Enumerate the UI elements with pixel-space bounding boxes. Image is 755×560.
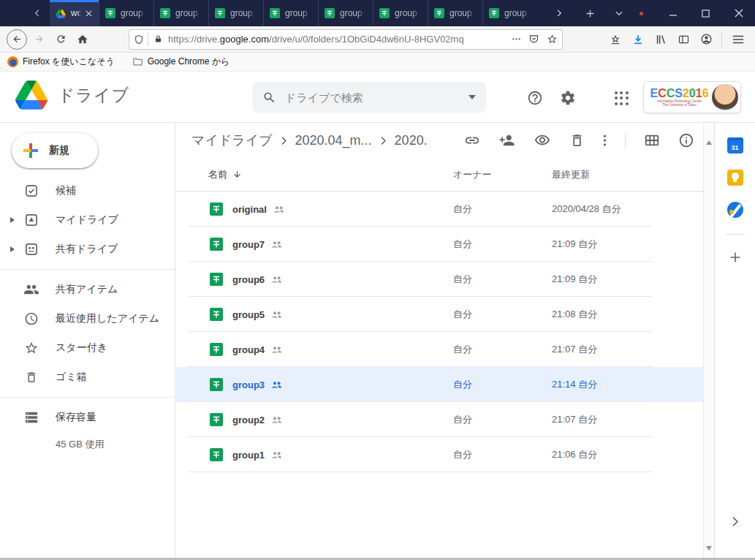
back-button[interactable]	[6, 29, 28, 50]
scroll-tabs-right-button[interactable]	[547, 0, 571, 26]
file-row[interactable]: group5 自分 21:08 自分	[176, 297, 703, 332]
sidebar-item-shared-drives[interactable]: 共有ドライブ	[0, 235, 175, 264]
add-addon-button[interactable]	[726, 248, 745, 267]
chevron-down-icon	[615, 9, 623, 18]
browser-tab-drive[interactable]: wo	[50, 0, 99, 26]
account-card[interactable]: ECCS2016 Information Technology Center T…	[643, 81, 741, 113]
search-input[interactable]	[285, 91, 468, 104]
home-icon	[77, 34, 88, 45]
downloads-icon[interactable]	[627, 29, 649, 50]
search-options-caret-icon[interactable]	[468, 95, 476, 99]
file-row[interactable]: group6 自分 21:09 自分	[176, 262, 703, 297]
browser-tab-group[interactable]: group	[99, 0, 153, 26]
get-link-button[interactable]	[464, 132, 480, 148]
url-bar[interactable]: https://drive.google.com/drive/u/0/folde…	[129, 29, 563, 50]
sidebar-item-storage[interactable]: 保存容量	[0, 403, 175, 432]
sort-descending-arrow-icon	[232, 170, 242, 179]
column-header-name[interactable]: 名前	[176, 168, 453, 181]
pocket-icon[interactable]	[528, 34, 539, 45]
toolbar-right-icons	[604, 29, 749, 50]
sidebar-item-priority[interactable]: 候補	[0, 176, 175, 205]
sidebar-item-starred[interactable]: スター付き	[0, 333, 175, 363]
settings-button[interactable]	[559, 89, 577, 107]
file-row[interactable]: group4 自分 21:07 自分	[176, 332, 703, 367]
scroll-down-arrow-icon[interactable]	[706, 546, 712, 550]
google-side-panel: 31	[714, 123, 755, 558]
window-maximize-button[interactable]	[689, 0, 722, 26]
scroll-up-arrow-icon[interactable]	[706, 140, 712, 145]
file-row[interactable]: group2 自分 21:07 自分	[176, 402, 703, 437]
hide-side-panel-button[interactable]	[732, 516, 739, 527]
calendar-icon[interactable]: 31	[726, 136, 745, 155]
expand-arrow-icon[interactable]	[10, 217, 15, 223]
browser-tab-group[interactable]: group	[263, 0, 318, 26]
file-row-selected[interactable]: group3 自分 21:14 自分	[176, 367, 703, 402]
browser-tab-group[interactable]: group	[373, 0, 428, 26]
app-title: ドライブ	[58, 84, 129, 107]
browser-tab-group[interactable]: group	[153, 0, 208, 26]
browser-tab-group[interactable]: group	[428, 0, 482, 26]
file-row[interactable]: group1 自分 21:06 自分	[176, 437, 703, 472]
help-button[interactable]	[526, 89, 544, 107]
file-name: group2	[232, 415, 265, 425]
file-name: group5	[232, 309, 265, 320]
new-button[interactable]: 新規	[12, 133, 98, 168]
breadcrumb-item-parent-folder[interactable]: 2020.04_m...	[295, 133, 372, 148]
google-sheets-icon	[210, 413, 223, 426]
file-row[interactable]: group7 自分 21:09 自分	[176, 227, 703, 262]
file-row[interactable]: original 自分 2020/04/28 自分	[176, 192, 703, 227]
tasks-icon[interactable]	[726, 200, 745, 219]
google-sheets-icon	[325, 8, 335, 18]
delete-button[interactable]	[569, 132, 585, 148]
window-close-button[interactable]	[722, 0, 755, 26]
home-button[interactable]	[72, 29, 94, 50]
plus-icon	[729, 251, 741, 263]
browser-tab-group[interactable]: group	[208, 0, 263, 26]
preview-button[interactable]	[534, 132, 551, 148]
sidebar-item-shared-with-me[interactable]: 共有アイテム	[0, 275, 175, 304]
drive-logo-home[interactable]: ドライブ	[15, 80, 129, 110]
bookmark-star-icon[interactable]	[547, 34, 558, 45]
menu-hamburger-icon[interactable]	[727, 29, 749, 50]
account-icon[interactable]	[695, 29, 717, 50]
browser-tab-group[interactable]: group	[482, 0, 537, 26]
bookmarks-toolbar-star-tray-icon[interactable]	[604, 29, 626, 50]
library-icon[interactable]	[650, 29, 672, 50]
grid-view-toggle-button[interactable]	[644, 132, 660, 148]
side-panel-divider	[726, 234, 745, 235]
breadcrumb-item-my-drive[interactable]: マイドライブ	[191, 132, 273, 149]
bookmark-folder-chrome[interactable]: Google Chrome から	[132, 56, 230, 68]
share-button[interactable]	[498, 132, 515, 148]
column-header-owner[interactable]: オーナー	[453, 168, 552, 181]
sidebar-item-trash[interactable]: ゴミ箱	[0, 363, 175, 392]
user-avatar[interactable]	[712, 84, 738, 110]
details-button[interactable]	[678, 132, 694, 148]
forward-button[interactable]	[28, 29, 50, 50]
column-header-modified[interactable]: 最終更新	[552, 168, 703, 181]
browser-tab-group[interactable]: group	[318, 0, 373, 26]
breadcrumb-item-current-folder[interactable]: 2020.	[395, 133, 428, 148]
sidebar-item-my-drive[interactable]: マイドライブ	[0, 205, 175, 235]
reload-button[interactable]	[50, 29, 72, 50]
page-scrollbar[interactable]	[703, 123, 714, 558]
sidebar-item-recent[interactable]: 最近使用したアイテム	[0, 304, 175, 333]
more-actions-button[interactable]	[603, 134, 607, 147]
file-name: group3	[232, 379, 265, 390]
tab-title: group	[504, 8, 531, 18]
org-subtitle-line2: The University of Tokyo	[650, 103, 709, 107]
expand-arrow-icon[interactable]	[10, 246, 15, 252]
keep-icon[interactable]	[726, 168, 745, 187]
file-owner: 自分	[453, 378, 552, 391]
google-apps-grid-button[interactable]	[612, 89, 630, 107]
list-all-tabs-button[interactable]	[607, 0, 631, 26]
bookmark-item-firefox[interactable]: Firefox を使いこなそう	[7, 56, 115, 68]
window-minimize-button[interactable]	[656, 0, 689, 26]
tracking-protection-shield-icon[interactable]	[134, 34, 144, 45]
drive-search-box[interactable]	[252, 82, 486, 113]
sidebars-icon[interactable]	[672, 29, 694, 50]
page-actions-more-icon[interactable]	[512, 34, 521, 44]
lock-icon[interactable]	[153, 34, 163, 45]
tab-close-icon[interactable]	[85, 10, 93, 18]
scroll-tabs-left-button[interactable]	[25, 0, 50, 26]
new-tab-button[interactable]	[578, 0, 602, 26]
